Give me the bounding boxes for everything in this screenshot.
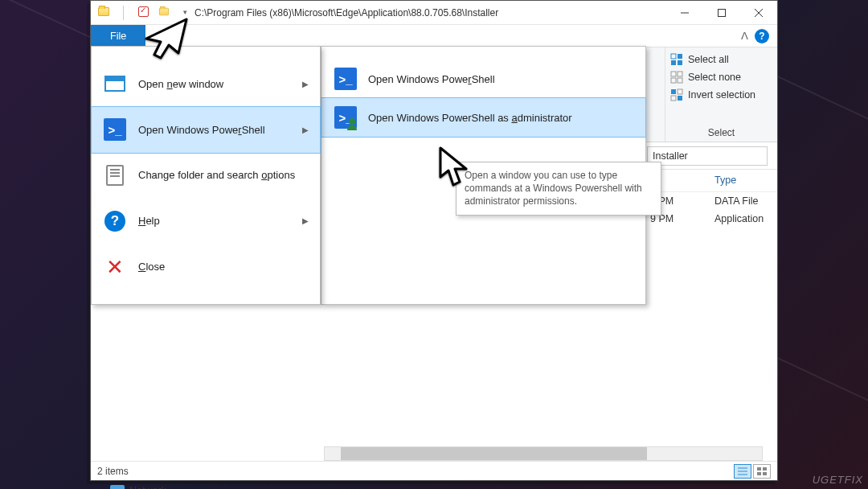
titlebar: ▾ C:\Program Files (x86)\Microsoft\Edge\…: [91, 1, 777, 25]
chevron-right-icon: ▶: [302, 216, 309, 225]
svg-rect-21: [757, 472, 761, 475]
folder-icon: [97, 6, 110, 18]
cell-type: Application: [714, 213, 764, 224]
details-view-button[interactable]: [734, 464, 751, 479]
list-item[interactable]: 9 PM Application: [644, 210, 777, 228]
select-all-button[interactable]: Select all: [670, 51, 772, 68]
svg-rect-19: [757, 467, 761, 471]
menu-change-options[interactable]: Change folder and search options: [92, 153, 320, 199]
svg-point-23: [349, 118, 355, 125]
menu-help[interactable]: ? Help ▶: [92, 198, 320, 244]
new-window-icon: [104, 76, 125, 92]
breadcrumb-current[interactable]: Installer: [647, 146, 768, 166]
select-none-icon: [670, 71, 683, 84]
menu-close-label: Close: [138, 261, 165, 273]
svg-rect-11: [678, 78, 682, 83]
scrollbar-thumb[interactable]: [341, 447, 647, 460]
breadcrumb-label: Installer: [653, 150, 688, 162]
svg-rect-8: [671, 72, 676, 76]
ribbon-collapse-icon[interactable]: ᐱ: [741, 30, 748, 42]
tooltip-text: Open a window you can use to type comman…: [465, 170, 642, 207]
submenu-open-powershell-admin[interactable]: >_ Open Windows PowerShell as administra…: [321, 98, 645, 137]
options-icon: [106, 165, 124, 186]
minimize-button[interactable]: [666, 1, 703, 25]
menu-open-new-window-label: Open new window: [138, 78, 223, 90]
menu-close[interactable]: ✕ Close: [92, 244, 320, 290]
annotation-cursor-icon: [140, 14, 193, 64]
powershell-icon: >_: [334, 68, 357, 90]
svg-rect-22: [763, 472, 767, 475]
sidebar-network-label: Network: [129, 485, 166, 489]
admin-badge-icon: [346, 117, 358, 130]
menu-open-new-window[interactable]: Open new window ▶: [92, 61, 320, 107]
svg-rect-5: [678, 54, 682, 59]
file-explorer-window: ▾ C:\Program Files (x86)\Microsoft\Edge\…: [90, 0, 778, 481]
submenu-open-powershell-admin-label: Open Windows PowerShell as administrator: [368, 112, 572, 124]
menu-change-options-label: Change folder and search options: [138, 169, 295, 181]
svg-rect-20: [763, 467, 767, 471]
ribbon-header: File ᐱ ?: [91, 25, 777, 47]
select-all-label: Select all: [688, 54, 729, 65]
select-all-icon: [670, 53, 683, 66]
svg-rect-15: [678, 96, 682, 101]
annotation-cursor-icon: [436, 145, 476, 193]
status-item-count: 2 items: [97, 466, 129, 477]
select-group: Select all Select none Invert selection …: [665, 47, 777, 142]
list-item[interactable]: 0 PM DATA File: [644, 192, 777, 210]
watermark: UGETFIX: [813, 474, 863, 486]
select-none-label: Select none: [688, 72, 741, 83]
chevron-right-icon: ▶: [302, 125, 309, 134]
invert-selection-button[interactable]: Invert selection: [670, 86, 772, 104]
invert-selection-label: Invert selection: [688, 89, 755, 101]
menu-open-powershell-label: Open Windows PowerShell: [138, 124, 265, 136]
horizontal-scrollbar[interactable]: [324, 446, 763, 461]
close-icon: ✕: [106, 257, 124, 277]
select-group-label: Select: [670, 127, 772, 142]
chevron-right-icon: ▶: [302, 80, 309, 88]
menu-open-powershell[interactable]: >_ Open Windows PowerShell ▶: [92, 107, 320, 153]
powershell-icon: >_: [104, 118, 126, 141]
network-icon: [110, 485, 125, 489]
help-icon: ?: [104, 211, 125, 232]
file-tab[interactable]: File: [91, 25, 145, 47]
svg-rect-10: [671, 78, 676, 83]
svg-rect-9: [678, 72, 682, 76]
svg-rect-13: [678, 89, 682, 94]
svg-rect-4: [671, 54, 676, 59]
maximize-button[interactable]: [703, 1, 740, 25]
submenu-open-powershell[interactable]: >_ Open Windows PowerShell: [321, 60, 645, 98]
tooltip: Open a window you can use to type comman…: [456, 162, 661, 216]
cell-type: DATA File: [714, 195, 758, 207]
statusbar: 2 items: [91, 461, 777, 480]
help-icon[interactable]: ?: [755, 29, 769, 43]
submenu-open-powershell-label: Open Windows PowerShell: [368, 73, 495, 85]
file-list: Type 0 PM DATA File 9 PM Application: [644, 170, 777, 442]
window-title: C:\Program Files (x86)\Microsoft\Edge\Ap…: [191, 7, 666, 18]
select-none-button[interactable]: Select none: [670, 68, 772, 86]
svg-rect-1: [719, 9, 726, 16]
svg-rect-14: [671, 96, 676, 101]
invert-selection-icon: [670, 88, 683, 101]
svg-rect-6: [671, 60, 676, 65]
svg-rect-12: [671, 89, 676, 94]
close-button[interactable]: [740, 1, 777, 25]
thumbnails-view-button[interactable]: [753, 464, 771, 479]
file-menu: Open new window ▶ >_ Open Windows PowerS…: [91, 46, 321, 305]
menu-help-label: Help: [138, 215, 160, 227]
sidebar-item-network[interactable]: Network: [110, 485, 166, 489]
column-header-type[interactable]: Type: [708, 170, 743, 191]
svg-rect-7: [678, 60, 682, 65]
